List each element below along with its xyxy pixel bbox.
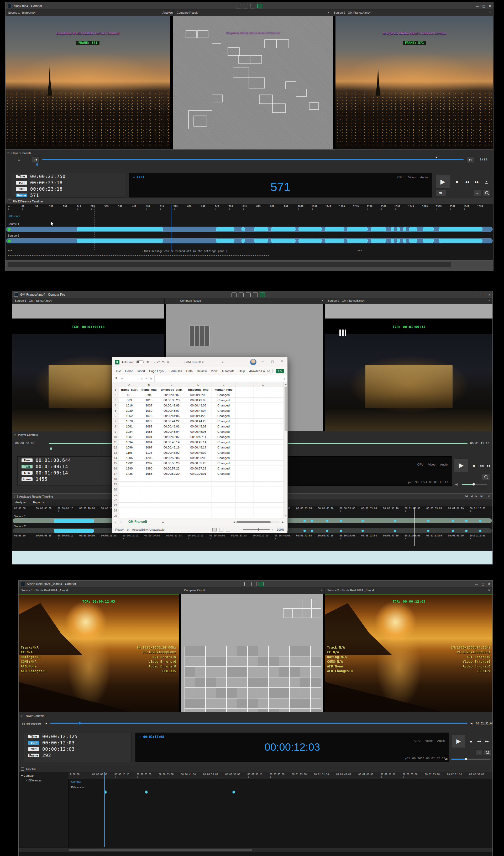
cell[interactable]	[272, 492, 284, 497]
row-header[interactable]: 20	[112, 487, 119, 492]
cell[interactable]	[212, 476, 235, 482]
cancel-icon[interactable]: ✕	[141, 377, 145, 380]
minimize-button[interactable]: —	[476, 4, 479, 7]
rewind-button[interactable]: ◀◀	[478, 462, 485, 469]
cell[interactable]	[235, 466, 254, 471]
cell[interactable]	[119, 497, 140, 503]
cell[interactable]	[254, 466, 272, 471]
cell[interactable]	[140, 476, 158, 482]
cell[interactable]	[140, 492, 158, 497]
tc-badge-time[interactable]: Time	[28, 735, 39, 738]
play-button[interactable]: ▶	[435, 175, 450, 189]
cell[interactable]: Changed	[212, 392, 235, 397]
cell[interactable]: Changed	[212, 445, 235, 450]
volume-handle[interactable]	[465, 758, 467, 760]
column-header-A[interactable]: A	[119, 382, 140, 387]
cell[interactable]	[140, 508, 158, 513]
timeline-playhead[interactable]	[104, 772, 105, 847]
titlebar[interactable]: Sizzle Reel 2024 _A.mp4 - Compar — ▢ ✕	[19, 581, 492, 587]
cell[interactable]	[254, 450, 272, 455]
row-header[interactable]: 18	[112, 476, 119, 482]
cell[interactable]	[212, 503, 235, 508]
export-icon[interactable]	[258, 582, 264, 586]
source1-diff-track[interactable]	[6, 227, 493, 232]
row-header[interactable]: 17	[112, 471, 119, 476]
cell[interactable]	[272, 392, 284, 397]
cell[interactable]: 151	[119, 392, 140, 397]
export-dropdown[interactable]: Export ∨	[33, 501, 44, 504]
ribbon-tab-file[interactable]: File	[114, 369, 123, 374]
cell[interactable]	[235, 418, 254, 424]
cell[interactable]	[272, 450, 284, 455]
cell[interactable]: 1097	[140, 445, 158, 450]
titlebar[interactable]: blank.mp4 - Compar — ▢ ✕	[5, 2, 493, 10]
cell[interactable]: 00:00:45:14	[158, 440, 185, 445]
excel-maximize-button[interactable]: ▢	[271, 360, 274, 363]
cell[interactable]: 00:00:45:07	[158, 434, 185, 440]
cell[interactable]	[140, 497, 158, 503]
cell[interactable]: Changed	[212, 440, 235, 445]
list-icon[interactable]	[251, 582, 256, 586]
cell[interactable]	[254, 413, 272, 418]
row-header[interactable]: 9	[112, 429, 119, 434]
row-header[interactable]: 14	[112, 455, 119, 461]
cell[interactable]: 1436	[119, 471, 140, 476]
cell[interactable]: 00:00:45:14	[185, 440, 212, 445]
cell[interactable]: 00:00:43:05	[185, 403, 212, 408]
cell[interactable]: Changed	[212, 397, 235, 403]
cell[interactable]: 1106	[119, 450, 140, 455]
ribbon-tab-automate[interactable]: Automate	[219, 369, 236, 374]
cell[interactable]	[254, 424, 272, 429]
cell[interactable]: Changed	[212, 408, 235, 413]
cell[interactable]	[272, 424, 284, 429]
source2-diff-track[interactable]	[6, 238, 493, 244]
sheet-prev-icon[interactable]: ‹	[115, 520, 116, 524]
cell[interactable]: 1206	[119, 455, 140, 461]
cell[interactable]: 1292	[119, 461, 140, 466]
skip-start-button[interactable]: |◀	[43, 720, 49, 726]
tc-badge-frame[interactable]: Frame	[28, 754, 39, 757]
maximize-button[interactable]: ▢	[482, 293, 484, 297]
cell[interactable]	[254, 503, 272, 508]
cell[interactable]: 00:00:35:23	[158, 397, 185, 403]
cell[interactable]: 00:00:44:20	[185, 413, 212, 418]
cell[interactable]	[140, 503, 158, 508]
playhead-dot[interactable]	[50, 447, 52, 450]
play-button[interactable]: ▶	[452, 735, 465, 748]
timeline-layer-toggle[interactable]: ✓ Differences	[19, 778, 69, 782]
cell[interactable]	[272, 445, 284, 450]
cell[interactable]	[254, 392, 272, 397]
zoom-slider[interactable]	[243, 529, 270, 530]
add-sheet-button[interactable]: +	[162, 520, 164, 524]
row-header[interactable]: 5	[112, 408, 119, 413]
eject-button[interactable]: ▲	[483, 178, 491, 185]
excel-close-button[interactable]: ✕	[281, 360, 283, 363]
differences-row-label[interactable]: Differences	[71, 786, 84, 789]
cell[interactable]	[254, 445, 272, 450]
ribbon-tab-page-layou[interactable]: Page Layou	[147, 369, 167, 374]
cell[interactable]: 00:00:42:08	[158, 403, 185, 408]
cell[interactable]	[235, 424, 254, 429]
cell[interactable]	[185, 503, 212, 508]
cell[interactable]	[140, 482, 158, 487]
volume-icon[interactable]: ◀)	[455, 483, 458, 486]
cell[interactable]	[272, 461, 284, 466]
volume-handle[interactable]	[472, 483, 475, 485]
difference-markers-row[interactable]	[69, 790, 492, 794]
mf-button[interactable]: MF	[435, 190, 446, 196]
row-header[interactable]: 22	[112, 497, 119, 503]
column-header-F[interactable]: F	[235, 382, 254, 387]
cell[interactable]: timecode_end	[185, 387, 212, 392]
tc-badge-time[interactable]: Time	[21, 459, 33, 462]
close-source2-icon[interactable]: ✕	[321, 299, 323, 302]
cell[interactable]	[158, 487, 185, 492]
cell[interactable]: 00:00:45:11	[185, 434, 212, 440]
step-button[interactable]: →	[475, 749, 483, 755]
tab-source1[interactable]: Source 1 - Sizzle Reel 2024 _A.mp4	[21, 589, 68, 592]
cell[interactable]	[119, 482, 140, 487]
cell[interactable]	[212, 492, 235, 497]
cell[interactable]: 00:00:50:06	[158, 455, 185, 461]
row-header[interactable]: 23	[112, 503, 119, 508]
volume-icon[interactable]: ◀)	[445, 757, 448, 761]
timeline-playhead[interactable]	[414, 507, 415, 546]
